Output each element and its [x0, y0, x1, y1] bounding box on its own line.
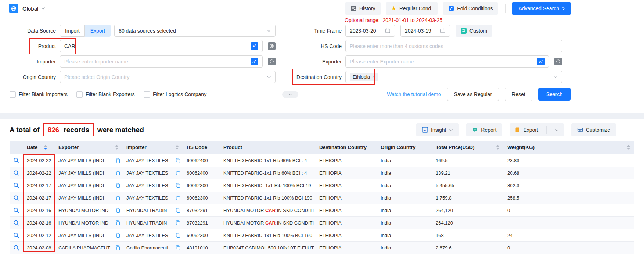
star-icon: ★: [391, 6, 396, 11]
cell-detail[interactable]: [10, 217, 23, 229]
sort-icon[interactable]: [496, 145, 500, 150]
cell-detail[interactable]: [10, 154, 23, 167]
customize-button[interactable]: Customize: [571, 123, 616, 136]
cell-hs-code: 60062300: [183, 229, 220, 242]
export-tab[interactable]: Export: [85, 25, 111, 37]
hs-code-input[interactable]: Please enter more than 4 customs codes: [345, 40, 562, 52]
row-detail-icon[interactable]: [13, 182, 19, 189]
column-header-total-price-usd[interactable]: Total Price(USD): [432, 141, 504, 154]
product-value: CAR: [64, 43, 75, 49]
tag-remove-icon[interactable]: ×: [372, 74, 375, 80]
form-row-product: Product CAR A: [0, 40, 644, 52]
advanced-search-button[interactable]: Advanced Search: [512, 2, 571, 15]
filter-logistics-checkbox[interactable]: Filter Logitics Company: [144, 91, 206, 98]
sort-icon[interactable]: [627, 145, 631, 150]
copy-icon[interactable]: [175, 183, 181, 188]
cell-destination-country: ETHIOPIA: [316, 167, 377, 179]
cell-detail[interactable]: [10, 192, 23, 204]
product-input[interactable]: CAR A: [60, 40, 263, 52]
globe-icon: [11, 6, 17, 12]
copy-icon[interactable]: [115, 195, 120, 201]
filter-blank-exporters-checkbox[interactable]: Filter Blank Exporters: [76, 91, 135, 98]
column-header-date[interactable]: Date: [23, 141, 55, 154]
reset-button[interactable]: Reset: [505, 88, 532, 101]
copy-icon[interactable]: [175, 233, 181, 238]
sort-icon[interactable]: [44, 145, 48, 150]
destination-country-select[interactable]: Ethiopia ×: [345, 71, 562, 83]
cell-origin-country: India: [377, 167, 432, 179]
row-detail-icon[interactable]: [13, 220, 19, 226]
importer-input[interactable]: Please enter Importer name A: [60, 55, 263, 68]
copy-icon[interactable]: [175, 208, 181, 213]
time-frame-start-input[interactable]: 2023-03-20: [345, 25, 395, 37]
cell-product: HYUNDAI MOTOR CAR IN SKD CONDITI: [220, 217, 316, 229]
exporter-input[interactable]: Please enter Exporter name A: [345, 55, 549, 68]
export-button[interactable]: Export: [510, 123, 543, 136]
copy-icon[interactable]: [115, 245, 120, 251]
insight-button[interactable]: BI Insight: [416, 123, 459, 136]
column-label: Exporter: [58, 145, 79, 150]
row-detail-icon[interactable]: [13, 245, 19, 251]
cell-detail[interactable]: [10, 179, 23, 192]
collapse-form-toggle[interactable]: [282, 91, 298, 98]
export-more-button[interactable]: [550, 123, 564, 136]
filter-blank-importers-checkbox[interactable]: Filter Blank Importers: [10, 91, 68, 98]
similar-match-icon[interactable]: [268, 58, 276, 65]
cell-origin-country: India: [377, 179, 432, 192]
tutorial-link[interactable]: Watch the tutorial demo: [387, 91, 441, 97]
column-header-importer[interactable]: Importer: [123, 141, 183, 154]
cell-exporter: JAY JAY MILLS (INDI: [55, 154, 123, 167]
cell-detail[interactable]: [10, 204, 23, 217]
region-chevron-down-icon[interactable]: [41, 7, 45, 10]
cell-detail[interactable]: [10, 242, 23, 254]
section-divider: [0, 113, 644, 119]
search-button[interactable]: Search: [538, 88, 571, 101]
copy-icon[interactable]: [115, 233, 120, 238]
row-detail-icon[interactable]: [13, 232, 19, 238]
sort-icon[interactable]: [176, 145, 179, 150]
copy-icon[interactable]: [115, 158, 120, 163]
copy-icon[interactable]: [175, 220, 181, 226]
column-label: Total Price(USD): [436, 145, 475, 150]
cell-detail[interactable]: [10, 167, 23, 179]
cell-detail[interactable]: [10, 229, 23, 242]
similar-match-icon[interactable]: [268, 42, 276, 50]
report-button[interactable]: Report: [466, 123, 502, 136]
translate-icon[interactable]: A: [251, 42, 258, 50]
fold-conditions-button[interactable]: Fold Conditions: [443, 2, 498, 15]
column-header-weight-kg[interactable]: Weight(KG): [504, 141, 634, 154]
regular-cond-button[interactable]: ★ Regular Cond.: [386, 2, 438, 15]
copy-icon[interactable]: [115, 208, 120, 213]
origin-country-select[interactable]: Please select Origin Country: [60, 71, 276, 83]
time-frame-end-input[interactable]: 2024-03-19: [400, 25, 450, 37]
cell-origin-country: India: [377, 229, 432, 242]
history-label: History: [359, 6, 375, 11]
cell-total-price: 169.5: [432, 154, 504, 167]
data-source-select[interactable]: 80 data sources selected: [114, 25, 276, 37]
translate-icon[interactable]: A: [537, 58, 545, 65]
copy-icon[interactable]: [175, 195, 181, 201]
copy-icon[interactable]: [115, 183, 120, 188]
copy-icon[interactable]: [115, 220, 120, 226]
importer-placeholder: Please enter Importer name: [64, 59, 128, 65]
row-detail-icon[interactable]: [13, 195, 19, 201]
copy-icon[interactable]: [175, 170, 181, 176]
custom-range-button[interactable]: Custom: [456, 25, 492, 37]
copy-icon[interactable]: [175, 158, 181, 163]
save-as-regular-button[interactable]: Save as Regular: [447, 88, 499, 101]
copy-icon[interactable]: [175, 245, 181, 251]
region-selector-label[interactable]: Global: [22, 6, 38, 12]
row-detail-icon[interactable]: [13, 207, 19, 214]
similar-match-icon[interactable]: [554, 58, 562, 65]
history-button[interactable]: History: [345, 2, 381, 15]
import-tab[interactable]: Import: [60, 25, 85, 37]
sort-icon[interactable]: [115, 145, 119, 150]
cell-total-price: 168: [432, 229, 504, 242]
copy-icon[interactable]: [115, 170, 120, 176]
cell-exporter: HYUNDAI MOTOR IND: [55, 217, 123, 229]
row-detail-icon[interactable]: [13, 170, 19, 176]
column-header-exporter[interactable]: Exporter: [55, 141, 123, 154]
chevron-right-icon: [562, 7, 565, 11]
row-detail-icon[interactable]: [13, 157, 19, 164]
translate-icon[interactable]: A: [251, 58, 258, 65]
